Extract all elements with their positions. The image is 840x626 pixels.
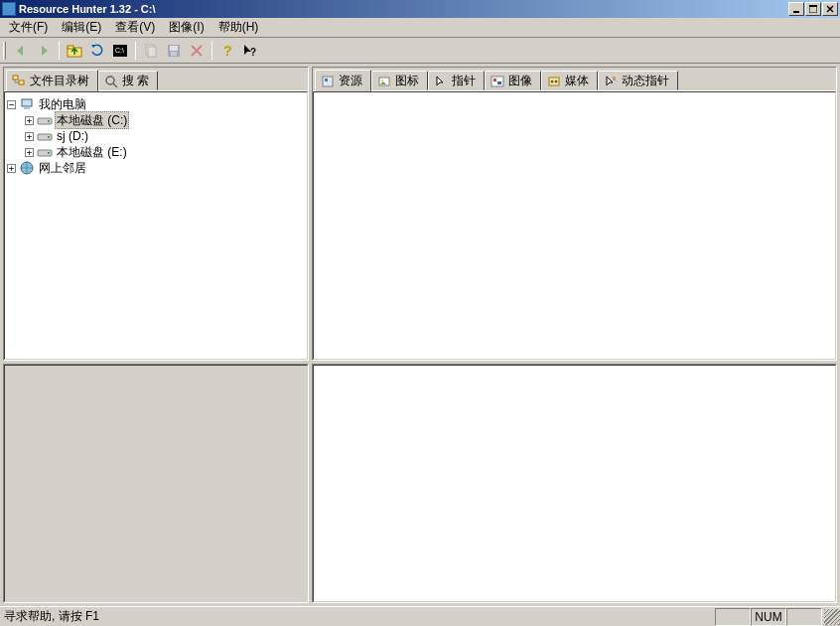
toolbar: C:\ ? ?: [0, 38, 840, 64]
tab-media[interactable]: 媒体: [541, 71, 598, 90]
search-tab-icon: [104, 75, 118, 88]
status-help-text: 寻求帮助, 请按 F1: [0, 608, 715, 626]
tree-node-drive-d[interactable]: + sj (D:): [7, 128, 305, 144]
svg-rect-15: [19, 80, 24, 84]
svg-rect-14: [13, 76, 18, 79]
copy-icon: [143, 43, 159, 59]
back-arrow-icon: [13, 43, 29, 59]
svg-rect-4: [68, 46, 73, 49]
svg-rect-8: [148, 47, 156, 57]
ani-cursor-icon: [604, 75, 618, 88]
toolbar-separator: [211, 42, 212, 60]
app-icon: [2, 2, 16, 16]
status-empty-2: [786, 608, 822, 626]
svg-rect-31: [493, 78, 496, 81]
help-button[interactable]: ?: [216, 40, 238, 62]
save-button[interactable]: [163, 40, 185, 62]
svg-rect-17: [22, 99, 32, 106]
tab-ani-cursor[interactable]: 动态指针: [598, 71, 678, 90]
svg-point-35: [555, 79, 558, 82]
tab-cursor-label: 指针: [452, 73, 476, 89]
resize-grip[interactable]: [824, 609, 840, 625]
svg-rect-32: [497, 81, 501, 84]
tree-label-drive-c: 本地磁盘 (C:): [55, 111, 129, 129]
tree-label-network: 网上邻居: [37, 160, 88, 176]
tree-node-network[interactable]: + 网上邻居: [7, 160, 305, 176]
minimize-button[interactable]: [788, 2, 804, 16]
menubar: 文件(F) 编辑(E) 查看(V) 图像(I) 帮助(H): [0, 18, 840, 38]
svg-rect-10: [170, 46, 178, 51]
folder-up-icon: [67, 43, 82, 59]
expand-toggle[interactable]: +: [25, 132, 34, 141]
tab-resource[interactable]: 资源: [315, 70, 371, 91]
tree-label-my-computer: 我的电脑: [37, 96, 88, 112]
drive-icon: [37, 113, 53, 127]
close-button[interactable]: [822, 2, 838, 16]
left-tabstrip: 文件目录树 搜 索: [4, 68, 308, 91]
tree-node-my-computer[interactable]: − 我的电脑: [7, 96, 305, 112]
help-icon: ?: [219, 43, 235, 59]
menu-edit[interactable]: 编辑(E): [55, 17, 108, 38]
cmd-button[interactable]: C:\: [109, 40, 131, 62]
tree-label-drive-d: sj (D:): [55, 128, 90, 144]
svg-rect-18: [24, 107, 30, 109]
titlebar: Resource Hunter 1.32 - C:\: [0, 0, 840, 18]
expand-toggle[interactable]: +: [25, 116, 34, 125]
svg-point-22: [48, 136, 50, 138]
tab-search[interactable]: 搜 索: [98, 71, 158, 90]
forward-button[interactable]: [33, 40, 55, 62]
svg-rect-11: [171, 52, 177, 56]
svg-text:?: ?: [223, 43, 232, 59]
refresh-button[interactable]: [86, 40, 108, 62]
directory-tree: − 我的电脑 + 本地磁盘 (C:) + sj (D:) + 本: [5, 92, 307, 180]
expand-toggle[interactable]: +: [25, 148, 34, 157]
save-icon: [166, 43, 182, 59]
svg-rect-0: [793, 11, 799, 13]
menu-image[interactable]: 图像(I): [162, 17, 210, 38]
back-button[interactable]: [10, 40, 32, 62]
tab-icon[interactable]: 图标: [371, 71, 428, 90]
window-buttons: [788, 2, 838, 16]
resource-list[interactable]: [313, 91, 836, 360]
tab-image-label: 图像: [508, 73, 532, 89]
tab-image[interactable]: 图像: [485, 71, 541, 90]
tree-pane: 文件目录树 搜 索 − 我的电脑 + 本地磁盘 (C:): [3, 67, 309, 361]
svg-point-29: [381, 79, 383, 81]
svg-text:?: ?: [250, 47, 256, 58]
toolbar-separator: [59, 42, 60, 60]
tree-node-drive-e[interactable]: + 本地磁盘 (E:): [7, 144, 305, 160]
media-icon: [547, 75, 561, 88]
preview-view[interactable]: [313, 365, 836, 602]
folder-up-button[interactable]: [64, 40, 85, 62]
expand-toggle[interactable]: +: [7, 164, 16, 173]
expand-toggle[interactable]: −: [7, 100, 16, 109]
maximize-button[interactable]: [805, 2, 821, 16]
menu-file[interactable]: 文件(F): [2, 17, 55, 38]
svg-point-24: [48, 152, 50, 154]
tab-file-tree[interactable]: 文件目录树: [6, 70, 98, 91]
svg-point-34: [551, 79, 554, 82]
preview-pane: [312, 364, 837, 603]
svg-rect-2: [809, 5, 817, 7]
resource-pane: 资源 图标 指针 图像 媒体 动态指针: [312, 67, 837, 361]
right-tabstrip: 资源 图标 指针 图像 媒体 动态指针: [313, 68, 836, 91]
copy-button[interactable]: [140, 40, 162, 62]
drive-icon: [37, 129, 53, 143]
menu-help[interactable]: 帮助(H): [211, 17, 266, 38]
delete-button[interactable]: [186, 40, 208, 62]
svg-point-20: [48, 120, 50, 122]
toolbar-separator: [135, 42, 136, 60]
resource-icon: [321, 75, 335, 88]
content-area: 文件目录树 搜 索 − 我的电脑 + 本地磁盘 (C:): [0, 64, 840, 606]
menu-view[interactable]: 查看(V): [108, 17, 162, 38]
info-view[interactable]: [4, 365, 308, 602]
tab-cursor[interactable]: 指针: [428, 71, 485, 90]
whats-this-icon: ?: [242, 43, 258, 59]
svg-point-16: [106, 77, 114, 84]
cmd-icon: C:\: [112, 43, 128, 59]
tree-view[interactable]: − 我的电脑 + 本地磁盘 (C:) + sj (D:) + 本: [4, 91, 308, 360]
whats-this-button[interactable]: ?: [239, 40, 261, 62]
toolbar-grip: [3, 42, 6, 60]
tree-node-drive-c[interactable]: + 本地磁盘 (C:): [7, 112, 305, 128]
tree-label-drive-e: 本地磁盘 (E:): [55, 144, 129, 160]
